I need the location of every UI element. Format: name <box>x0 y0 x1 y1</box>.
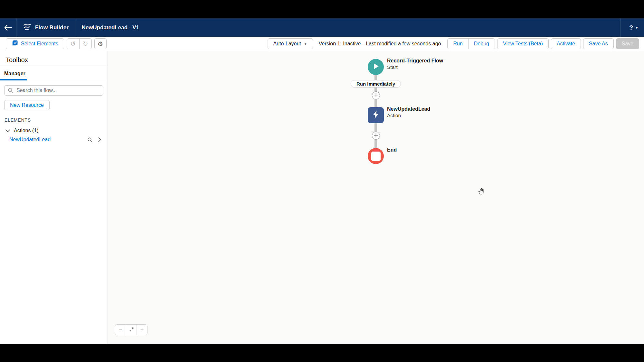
new-resource-button[interactable]: New Resource <box>4 100 50 110</box>
view-tests-button[interactable]: View Tests (Beta) <box>497 38 549 49</box>
start-node-title: Record-Triggered Flow <box>387 58 443 64</box>
flow-canvas[interactable]: Record-Triggered Flow Start Run Immediat… <box>108 51 644 344</box>
end-node-title: End <box>387 147 397 153</box>
stop-icon <box>371 152 381 161</box>
toolbox-title: Toolbox <box>0 51 108 66</box>
header-bar: Flow Builder NewUpdatedLead - V1 ? ▼ <box>0 18 644 37</box>
actions-group-label: Actions (1) <box>14 128 38 134</box>
action-node-subtitle: Action <box>387 113 430 118</box>
action-node[interactable] <box>368 107 384 123</box>
elements-section-header: ELEMENTS <box>0 110 108 123</box>
flow-title: NewUpdatedLead - V1 <box>75 18 139 37</box>
run-immediately-badge: Run Immediately <box>351 80 401 88</box>
version-status-text: Version 1: Inactive—Last modified a few … <box>319 41 441 47</box>
list-item-actions <box>87 137 101 143</box>
multi-select-checkbox-icon <box>12 40 18 48</box>
flow-builder-window: Flow Builder NewUpdatedLead - V1 ? ▼ Sel… <box>0 0 644 362</box>
gear-icon: ⚙ <box>98 41 103 47</box>
activate-button[interactable]: Activate <box>551 38 581 49</box>
undo-button[interactable]: ↺ <box>67 39 79 49</box>
plus-icon <box>374 133 378 139</box>
run-button[interactable]: Run <box>448 39 468 49</box>
end-node-label: End <box>387 147 397 153</box>
flow-builder-logo-icon <box>23 23 31 32</box>
redo-button[interactable]: ↻ <box>79 39 91 49</box>
search-input[interactable] <box>4 85 103 96</box>
toolbox-tab-row: Manager <box>0 66 108 80</box>
debug-button[interactable]: Debug <box>468 39 495 49</box>
end-node[interactable] <box>368 148 384 164</box>
add-element-button[interactable] <box>372 91 380 99</box>
undo-icon: ↺ <box>70 41 76 47</box>
tab-manager[interactable]: Manager <box>4 71 25 77</box>
start-node-label: Record-Triggered Flow Start <box>387 58 443 70</box>
start-node-subtitle: Start <box>387 64 443 70</box>
hand-cursor-icon <box>477 187 486 197</box>
letterbox-bottom <box>0 344 644 362</box>
zoom-in-button[interactable]: + <box>137 325 147 335</box>
list-item: NewUpdatedLead <box>0 134 108 143</box>
app-name: Flow Builder <box>35 24 69 31</box>
plus-icon <box>374 93 378 98</box>
toolbar-left-group: Select Elements ↺ ↻ ⚙ <box>6 38 107 49</box>
undo-redo-group: ↺ ↻ <box>67 38 92 49</box>
chevron-down-icon: ▼ <box>635 26 638 30</box>
chevron-down-icon: ▼ <box>304 42 307 46</box>
save-button[interactable]: Save <box>616 38 639 49</box>
expand-arrows-icon <box>129 327 134 333</box>
search-icon <box>8 88 14 95</box>
element-link-newupdatedlead[interactable]: NewUpdatedLead <box>9 137 51 143</box>
search-usage-icon[interactable] <box>87 137 93 143</box>
flow-toolbar: Select Elements ↺ ↻ ⚙ Auto-Layout ▼ Vers… <box>0 37 644 51</box>
help-icon: ? <box>629 24 633 31</box>
start-node[interactable] <box>368 59 384 75</box>
run-debug-group: Run Debug <box>447 38 495 49</box>
play-icon <box>372 62 379 71</box>
canvas-zoom-controls: − + <box>115 324 147 335</box>
select-elements-button[interactable]: Select Elements <box>6 38 64 49</box>
zoom-out-button[interactable]: − <box>115 325 126 335</box>
back-arrow-icon <box>4 25 12 31</box>
letterbox-top <box>0 0 644 18</box>
layout-select-dropdown[interactable]: Auto-Layout ▼ <box>268 38 313 49</box>
save-as-button[interactable]: Save As <box>583 38 614 49</box>
flow-search <box>4 85 103 96</box>
app-branding: Flow Builder <box>16 18 75 37</box>
toolbox-panel: Toolbox Manager New Resource ELEMENTS Ac… <box>0 51 108 344</box>
chevron-down-icon <box>5 128 10 134</box>
active-tab-underline <box>0 79 27 80</box>
back-button[interactable] <box>0 18 16 37</box>
select-elements-label: Select Elements <box>21 41 58 47</box>
action-node-label: NewUpdatedLead Action <box>387 106 430 118</box>
toolbar-right-group: Auto-Layout ▼ Version 1: Inactive—Last m… <box>268 38 639 49</box>
actions-group-toggle[interactable]: Actions (1) <box>0 123 108 134</box>
action-node-title: NewUpdatedLead <box>387 106 430 112</box>
chevron-right-icon[interactable] <box>98 137 101 142</box>
main-content: Toolbox Manager New Resource ELEMENTS Ac… <box>0 51 644 344</box>
help-menu-button[interactable]: ? ▼ <box>620 18 644 37</box>
fit-to-view-button[interactable] <box>126 325 137 335</box>
flow-settings-button[interactable]: ⚙ <box>94 38 107 49</box>
layout-selected-value: Auto-Layout <box>273 41 301 47</box>
redo-icon: ↻ <box>83 41 88 47</box>
lightning-bolt-icon <box>372 110 380 120</box>
add-element-button[interactable] <box>372 132 380 140</box>
